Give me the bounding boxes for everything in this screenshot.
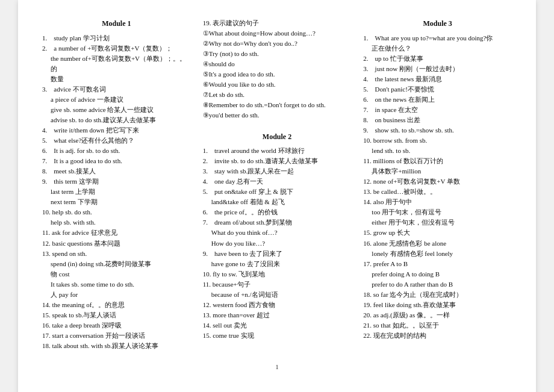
item-1: 1. study plan 学习计划 bbox=[42, 33, 191, 43]
item-13-sub1: spend (in) doing sth.花费时间做某事 bbox=[42, 259, 191, 269]
item-19-1: ①What about doing=How about doing…? bbox=[203, 28, 352, 39]
module-1-title: Module 1 bbox=[42, 18, 191, 30]
item-19-7: ⑦Let sb do sth. bbox=[203, 90, 352, 100]
item-2-sub1: the number of+可数名词复数+V（单数）；。。的 bbox=[42, 54, 191, 74]
m2-item-1: 1. travel around the world 环球旅行 bbox=[203, 146, 352, 156]
m2-item-9: 9. have been to 去了回来了 bbox=[203, 249, 352, 259]
item-13-sub4: 人 pay for bbox=[42, 290, 191, 300]
m3-item-16-sub: lonely 有感情色彩 feel lonely bbox=[363, 249, 512, 259]
item-16: 16. take a deep breath 深呼吸 bbox=[42, 320, 191, 331]
item-3-sub1: a piece of advice 一条建议 bbox=[42, 95, 191, 105]
columns-container: Module 1 1. study plan 学习计划 2. a number … bbox=[42, 18, 512, 351]
m3-item-18: 18. so far 迄今为止（现在完成时） bbox=[363, 290, 512, 300]
item-13-sub2: 物 cost bbox=[42, 269, 191, 279]
m3-item-4: 4. the latest news 最新消息 bbox=[363, 74, 512, 84]
column-2: 19. 表示建议的句子 ①What about doing=How about … bbox=[197, 18, 358, 341]
m2-item-7: 7. dream of/about sth.梦到某物 bbox=[203, 217, 352, 228]
item-18: 18. talk about sth. with sb.跟某人谈论某事 bbox=[42, 341, 191, 351]
m3-item-13: 13. be called…被叫做。。 bbox=[363, 187, 512, 197]
item-19-4: ④should do bbox=[203, 59, 352, 69]
item-11: 11. ask for advice 征求意见 bbox=[42, 228, 191, 238]
m3-item-7: 7. in space 在太空 bbox=[363, 105, 512, 115]
m2-item-2: 2. invite sb. to do sth.邀请某人去做某事 bbox=[203, 156, 352, 166]
m2-item-14: 14. sell out 卖光 bbox=[203, 320, 352, 331]
m3-item-11: 11. millions of 数以百万计的 bbox=[363, 156, 512, 166]
column-3: Module 3 1. What are you up to?=what are… bbox=[357, 18, 512, 341]
item-3-sub3: advise sb. to do sth.建议某人去做某事 bbox=[42, 115, 191, 125]
item-19-2: ②Why not do=Why don't you do..? bbox=[203, 39, 352, 49]
item-19-header: 19. 表示建议的句子 bbox=[203, 18, 352, 28]
m3-item-14-sub1: too 用于句末，但有逗号 bbox=[363, 207, 512, 217]
item-19-5: ⑤It's a good idea to do sth. bbox=[203, 69, 352, 79]
m3-item-8: 8. on business 出差 bbox=[363, 115, 512, 125]
m2-item-9-sub: have gone to 去了没回来 bbox=[203, 259, 352, 269]
page: Module 1 1. study plan 学习计划 2. a number … bbox=[18, 0, 536, 392]
module-2-title: Module 2 bbox=[203, 131, 352, 143]
m2-item-5-sub: land&take off 着陆 & 起飞 bbox=[203, 197, 352, 207]
item-10-sub1: help sb. with sth. bbox=[42, 217, 191, 228]
m3-item-14-sub2: either 用于句末，但没有逗号 bbox=[363, 217, 512, 228]
m3-item-17: 17. prefer A to B bbox=[363, 259, 512, 269]
column-1: Module 1 1. study plan 学习计划 2. a number … bbox=[42, 18, 197, 351]
m3-item-20: 20. as adj.(原级) as 像。。一样 bbox=[363, 310, 512, 320]
m3-item-1-sub: 正在做什么？ bbox=[363, 43, 512, 54]
item-9: 9. this term 这学期 bbox=[42, 176, 191, 187]
m2-item-11: 11. because+句子 bbox=[203, 279, 352, 290]
m3-item-22: 22. 现在完成时的结构 bbox=[363, 331, 512, 341]
m2-item-10: 10. fly to sw. 飞到某地 bbox=[203, 269, 352, 279]
m3-item-21: 21. so that 如此。。以至于 bbox=[363, 320, 512, 331]
item-19-3: ③Try (not) to do sth. bbox=[203, 49, 352, 59]
m3-item-10-sub: lend sth. to sb. bbox=[363, 146, 512, 156]
item-19-8: ⑧Remember to do sth.=Don't forget to do … bbox=[203, 100, 352, 110]
item-10: 10. help sb. do sth. bbox=[42, 207, 191, 217]
item-17: 17. start a conversation 开始一段谈话 bbox=[42, 331, 191, 341]
m3-item-10: 10. borrow sth. from sb. bbox=[363, 135, 512, 146]
module-3-title: Module 3 bbox=[363, 18, 512, 30]
item-19-9: ⑨you'd better do sth. bbox=[203, 110, 352, 120]
item-7: 7. It is a good idea to do sth. bbox=[42, 156, 191, 166]
m3-item-5: 5. Don't panic!不要惊慌 bbox=[363, 84, 512, 95]
m3-item-19: 19. feel like doing sth.喜欢做某事 bbox=[363, 300, 512, 310]
item-8: 8. meet sb.接某人 bbox=[42, 166, 191, 176]
page-number: 1 bbox=[42, 363, 512, 370]
item-9-sub1: last term 上学期 bbox=[42, 187, 191, 197]
item-6: 6. It is adj. for sb. to do sth. bbox=[42, 146, 191, 156]
item-14: 14. the meaning of。。的意思 bbox=[42, 300, 191, 310]
m2-item-5: 5. put on&take off 穿上 & 脱下 bbox=[203, 187, 352, 197]
m3-item-15: 15. grow up 长大 bbox=[363, 228, 512, 238]
m3-item-16: 16. alone 无感情色彩 be alone bbox=[363, 238, 512, 249]
item-5: 5. what else?还有什么其他的？ bbox=[42, 135, 191, 146]
item-13: 13. spend on sth. bbox=[42, 249, 191, 259]
item-13-sub3: It takes sb. some time to do sth. bbox=[42, 279, 191, 290]
m2-item-7-sub1: What do you think of…? bbox=[203, 228, 352, 238]
item-12: 12. basic questions 基本问题 bbox=[42, 238, 191, 249]
item-4: 4. write it/them down 把它写下来 bbox=[42, 125, 191, 135]
item-15: 15. speak to sb.与某人谈话 bbox=[42, 310, 191, 320]
m3-item-17-sub1: prefer doing A to doing B bbox=[363, 269, 512, 279]
item-19-6: ⑥Would you like to do sth. bbox=[203, 79, 352, 90]
item-3-sub2: give sb. some advice 给某人一些建议 bbox=[42, 105, 191, 115]
item-9-sub2: next term 下学期 bbox=[42, 197, 191, 207]
m3-item-11-sub: 具体数字+million bbox=[363, 166, 512, 176]
item-3: 3. advice 不可数名词 bbox=[42, 84, 191, 95]
m2-item-6: 6. the price of。。的价钱 bbox=[203, 207, 352, 217]
m3-item-9: 9. show sth. to sb.=show sb. sth. bbox=[363, 125, 512, 135]
m2-item-4: 4. one day 总有一天 bbox=[203, 176, 352, 187]
m3-item-6: 6. on the news 在新闻上 bbox=[363, 95, 512, 105]
m3-item-17-sub2: prefer to do A rather than do B bbox=[363, 279, 512, 290]
m2-item-3: 3. stay with sb.跟某人呆在一起 bbox=[203, 166, 352, 176]
m3-item-2: 2. up to 忙于做某事 bbox=[363, 54, 512, 64]
m3-item-14: 14. also 用于句中 bbox=[363, 197, 512, 207]
m3-item-3: 3. just now 刚刚（一般过去时） bbox=[363, 64, 512, 74]
m2-item-13: 13. more than=over 超过 bbox=[203, 310, 352, 320]
m3-item-12: 12. none of+可数名词复数+V 单数 bbox=[363, 176, 512, 187]
item-2-sub2: 数量 bbox=[42, 74, 191, 84]
m2-item-7-sub2: How do you like…? bbox=[203, 238, 352, 249]
m2-item-15: 15. come true 实现 bbox=[203, 331, 352, 341]
item-2: 2. a number of +可数名词复数+V（复数）； bbox=[42, 43, 191, 54]
m2-item-11-sub: because of +n./名词短语 bbox=[203, 290, 352, 300]
m2-item-12: 12. western food 西方食物 bbox=[203, 300, 352, 310]
m3-item-1: 1. What are you up to?=what are you doin… bbox=[363, 33, 512, 43]
